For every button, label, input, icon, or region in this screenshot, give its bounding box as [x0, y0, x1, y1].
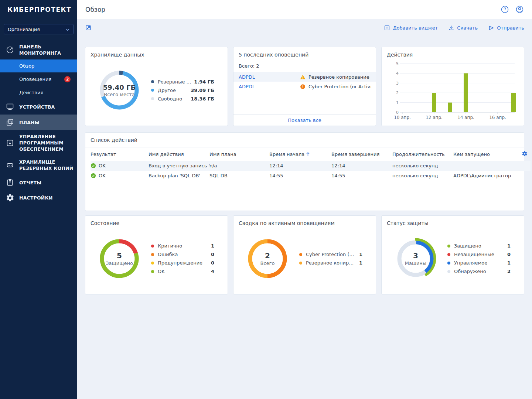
- activity-table: РезультатИмя действияИмя планаВремя нача…: [91, 147, 531, 181]
- svg-text:10 апр.: 10 апр.: [394, 115, 411, 120]
- state-legend: Критично1Ошибка0Предупреждение0OK4: [151, 243, 222, 274]
- table-settings-button[interactable]: [517, 147, 531, 161]
- state-total-label: Защищено: [106, 260, 133, 266]
- alert-row[interactable]: ADPDLРезервное копирование н...: [233, 72, 376, 82]
- column-header-7[interactable]: Кем запущено: [453, 147, 517, 161]
- svg-text:14 апр.: 14 апр.: [457, 115, 474, 120]
- actions-bar-chart: 01234510 апр.12 апр.14 апр.16 апр.: [384, 61, 517, 124]
- sidebar-item-activities[interactable]: Действия: [0, 86, 77, 99]
- download-label: Скачать: [457, 25, 478, 31]
- column-header-2[interactable]: Имя действия: [149, 147, 209, 161]
- sidebar-item-label: ОТЧЕТЫ: [19, 180, 41, 186]
- sidebar-item-label: УСТРОЙСТВА: [19, 104, 55, 110]
- sidebar-item-software-management[interactable]: УПРАВЛЕНИЕ ПРОГРАММНЫМ ОБЕСПЕЧЕНИЕМ: [0, 130, 77, 156]
- legend-label: Cyber Protection (or Active P...: [306, 252, 355, 257]
- chevron-down-icon: [66, 27, 69, 32]
- dashboard-toolbar: Добавить виджет Скачать Отправить: [77, 19, 532, 36]
- expand-icon[interactable]: [85, 24, 92, 31]
- send-button[interactable]: Отправить: [488, 25, 524, 31]
- page-title: Обзор: [85, 6, 105, 13]
- help-icon[interactable]: [501, 5, 509, 14]
- svg-text:12 апр.: 12 апр.: [426, 115, 443, 120]
- sidebar-item-monitoring[interactable]: ПАНЕЛЬ МОНИТОРИНГА: [0, 40, 77, 59]
- alert-text: Cyber Protection (or Active ...: [308, 84, 371, 89]
- table-row[interactable]: OKВход в учетную запись "...n/a12:1412:1…: [91, 161, 531, 171]
- legend-label: Резервные копии: [158, 79, 192, 85]
- alerts-summary-total-value: 2: [265, 251, 270, 260]
- sidebar: КИБЕРПРОТЕКТ Организация ПАНЕЛЬ МОНИТОРИ…: [0, 0, 77, 399]
- legend-item: Защищено1: [447, 243, 511, 249]
- plus-square-icon: [384, 25, 390, 31]
- add-widget-button[interactable]: Добавить виджет: [384, 25, 438, 31]
- legend-value: 0: [208, 252, 214, 257]
- legend-label: Предупреждение: [158, 260, 207, 266]
- svg-text:2: 2: [396, 91, 399, 95]
- sidebar-item-label: ПАНЕЛЬ МОНИТОРИНГА: [19, 44, 74, 56]
- column-header-5[interactable]: Время завершения: [331, 147, 392, 161]
- legend-dot: [299, 253, 302, 256]
- svg-text:1: 1: [396, 100, 399, 105]
- sidebar-item-backup-storage[interactable]: ХРАНИЛИЩЕ РЕЗЕРВНЫХ КОПИЙ: [0, 156, 77, 175]
- widget-title: Сводка по активным оповещениям: [239, 220, 371, 226]
- column-header-3[interactable]: Имя плана: [209, 147, 269, 161]
- legend-value: 1: [505, 260, 511, 266]
- protection-legend: Защищено1Незащищенные0Управляемое1Обнару…: [447, 243, 519, 274]
- legend-dot: [151, 97, 154, 100]
- send-icon: [488, 25, 494, 31]
- legend-value: 2: [505, 269, 511, 274]
- protection-status-widget: Статус защиты 3 Машины Защищено1Незащище…: [381, 215, 524, 294]
- svg-text:5: 5: [396, 61, 399, 66]
- drive-icon: [5, 161, 15, 170]
- widget-title: Статус защиты: [387, 220, 519, 226]
- table-row[interactable]: OKBackup plan 'SQL DB'SQL DB14:5514:55не…: [91, 171, 531, 181]
- legend-dot: [447, 262, 450, 265]
- latest-alerts-widget: 5 последних оповещений Всего: 2 ADPDLРез…: [233, 47, 376, 126]
- legend-dot: [299, 262, 302, 265]
- legend-item: Резервное копирование не...1: [299, 260, 362, 266]
- legend-item: Другое39.09 ГБ: [151, 88, 214, 93]
- state-total-value: 5: [117, 251, 122, 260]
- legend-label: Управляемое: [454, 260, 503, 266]
- alerts-count-badge: 2: [64, 76, 71, 82]
- show-all-link[interactable]: Показать все: [233, 114, 376, 126]
- alert-source-link[interactable]: ADPDL: [239, 84, 300, 89]
- protection-total-label: Машины: [405, 260, 426, 266]
- alert-source-link[interactable]: ADPDL: [239, 74, 300, 80]
- organization-selector[interactable]: Организация: [4, 24, 74, 34]
- legend-value: 0: [208, 260, 214, 266]
- svg-text:0: 0: [396, 110, 399, 115]
- sidebar-item-plans[interactable]: ПЛАНЫ: [0, 115, 77, 130]
- legend-dot: [151, 89, 154, 92]
- sidebar-item-alerts[interactable]: Оповещения 2: [0, 72, 77, 86]
- sidebar-item-reports[interactable]: ОТЧЕТЫ: [0, 175, 77, 190]
- actions-chart-widget: Действия 01234510 апр.12 апр.14 апр.16 а…: [381, 47, 524, 126]
- column-header-1[interactable]: Результат: [91, 147, 149, 161]
- legend-dot: [151, 80, 154, 83]
- alert-row[interactable]: ADPDLCyber Protection (or Active ...: [233, 82, 376, 91]
- warning-icon: [300, 74, 306, 80]
- column-header-6[interactable]: Продолжительность: [392, 147, 453, 161]
- sidebar-item-overview[interactable]: Обзор: [0, 59, 77, 72]
- dashboard-content: Хранилище данных 59.40 ГБ Всего места Ре…: [77, 47, 532, 294]
- download-button[interactable]: Скачать: [448, 25, 478, 31]
- legend-label: Резервное копирование не...: [306, 260, 355, 266]
- sidebar-item-label: Обзор: [19, 63, 34, 69]
- sidebar-item-label: ХРАНИЛИЩЕ РЕЗЕРВНЫХ КОПИЙ: [19, 159, 74, 171]
- widget-title: Состояние: [91, 220, 222, 226]
- legend-item: Свободно18.36 ГБ: [151, 96, 214, 102]
- protection-total-value: 3: [413, 251, 418, 260]
- legend-label: OK: [158, 269, 207, 274]
- column-header-4[interactable]: Время начала: [269, 147, 331, 161]
- legend-item: Управляемое1: [447, 260, 511, 266]
- sidebar-item-devices[interactable]: УСТРОЙСТВА: [0, 99, 77, 115]
- legend-value: 1: [505, 243, 511, 249]
- sidebar-item-settings[interactable]: НАСТРОЙКИ: [0, 190, 77, 205]
- legend-item: Резервные копии1.94 ГБ: [151, 79, 214, 85]
- storage-widget: Хранилище данных 59.40 ГБ Всего места Ре…: [85, 47, 228, 126]
- legend-value: 18.36 ГБ: [191, 96, 214, 102]
- alerts-total: Всего: 2: [239, 63, 371, 69]
- legend-label: Свободно: [158, 96, 189, 102]
- account-icon[interactable]: [515, 5, 524, 14]
- app-logo: КИБЕРПРОТЕКТ: [0, 0, 77, 19]
- main-area: Обзор: [77, 0, 532, 399]
